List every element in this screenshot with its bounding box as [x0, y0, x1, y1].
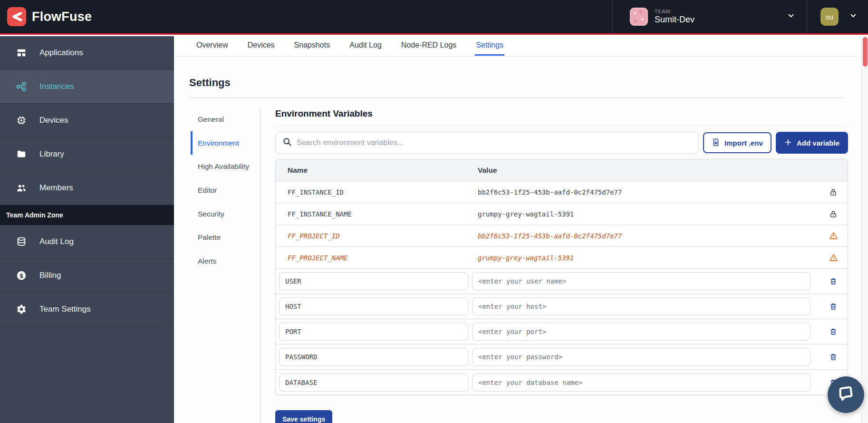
- instance-tabbar: Overview Devices Snapshots Audit Log Nod…: [174, 36, 861, 57]
- sidebar-item-label: Library: [39, 149, 64, 159]
- table-row: FF_INSTANCE_NAME grumpy-grey-wagtail-539…: [276, 203, 848, 225]
- team-settings-icon: [16, 304, 27, 315]
- subnav-item-security[interactable]: Security: [191, 202, 260, 226]
- brand-name: FlowFuse: [32, 10, 92, 24]
- team-name: Sumit-Dev: [655, 15, 694, 25]
- sidebar-item-label: Team Settings: [39, 305, 91, 314]
- env-variables-table: Name Value FF_INSTANCE_ID bb2f6c53-1f25-…: [275, 159, 848, 395]
- plus-icon: [784, 138, 792, 148]
- team-avatar: [630, 8, 648, 26]
- subnav-item-high-availability[interactable]: High Availability: [191, 155, 260, 178]
- sidebar-item-applications[interactable]: Applications: [0, 36, 174, 70]
- import-env-button[interactable]: Import .env: [703, 132, 772, 153]
- section-divider: [275, 126, 848, 126]
- delete-variable-button[interactable]: [829, 302, 838, 311]
- page-scrollbar[interactable]: [861, 36, 868, 423]
- table-row: [276, 269, 848, 294]
- search-box: [275, 132, 699, 154]
- column-header-name: Name: [276, 166, 471, 175]
- add-variable-button[interactable]: Add variable: [776, 132, 848, 154]
- svg-text:$: $: [19, 272, 24, 279]
- sidebar-item-devices[interactable]: Devices: [0, 104, 174, 138]
- warning-icon: [829, 253, 838, 262]
- scrollbar-thumb[interactable]: [863, 37, 868, 67]
- env-var-value-input[interactable]: [472, 348, 810, 366]
- billing-icon: $: [16, 270, 27, 281]
- sidebar-item-instances[interactable]: Instances: [0, 70, 174, 104]
- import-file-icon: [712, 138, 720, 148]
- chevron-down-icon: [849, 11, 858, 22]
- subnav-item-palette[interactable]: Palette: [191, 226, 260, 249]
- chat-bubble-icon: [837, 385, 855, 405]
- table-row: [276, 294, 848, 319]
- env-var-value-input[interactable]: [472, 297, 810, 315]
- applications-icon: [16, 47, 27, 59]
- settings-subnav: General Environment High Availability Ed…: [191, 108, 260, 423]
- members-icon: [16, 182, 27, 194]
- user-avatar: su: [820, 8, 839, 26]
- sidebar-item-audit-log[interactable]: Audit Log: [0, 225, 174, 259]
- sidebar-item-members[interactable]: Members: [0, 171, 174, 205]
- env-var-name: FF_PROJECT_NAME: [276, 254, 471, 262]
- tab-devices[interactable]: Devices: [247, 37, 276, 56]
- flowfuse-logo-icon: [7, 7, 26, 26]
- table-header-row: Name Value: [276, 159, 848, 181]
- save-settings-button[interactable]: Save settings: [275, 410, 332, 423]
- delete-variable-button[interactable]: [829, 327, 838, 336]
- table-row: FF_PROJECT_ID bb2f6c53-1f25-453b-aafd-0c…: [276, 225, 848, 247]
- env-var-value: grumpy-grey-wagtail-5391: [471, 254, 818, 262]
- sidebar-item-label: Billing: [39, 271, 61, 280]
- page-title: Settings: [189, 77, 844, 89]
- env-var-name-input[interactable]: [279, 348, 468, 366]
- audit-log-icon: [16, 236, 27, 247]
- delete-variable-button[interactable]: [829, 277, 838, 285]
- table-row: FF_PROJECT_NAME grumpy-grey-wagtail-5391: [276, 247, 848, 269]
- section-heading: Environment Variables: [275, 108, 849, 119]
- delete-variable-button[interactable]: [829, 353, 838, 361]
- tab-settings[interactable]: Settings: [475, 37, 504, 56]
- env-var-name-input[interactable]: [279, 374, 468, 392]
- import-env-label: Import .env: [724, 139, 763, 147]
- tab-audit-log[interactable]: Audit Log: [348, 37, 383, 56]
- sidebar-item-team-settings[interactable]: Team Settings: [0, 293, 174, 326]
- tab-overview[interactable]: Overview: [195, 37, 229, 56]
- warning-icon: [829, 231, 838, 240]
- sidebar-item-label: Members: [39, 183, 73, 193]
- env-var-name: FF_INSTANCE_ID: [276, 188, 471, 196]
- subnav-item-general[interactable]: General: [191, 108, 260, 131]
- env-var-name: FF_INSTANCE_NAME: [276, 210, 471, 218]
- main-content: Overview Devices Snapshots Audit Log Nod…: [174, 36, 861, 423]
- env-var-name: FF_PROJECT_ID: [276, 232, 471, 240]
- user-menu[interactable]: su: [807, 0, 868, 33]
- sidebar-item-label: Audit Log: [39, 237, 74, 246]
- env-var-name-input[interactable]: [279, 297, 468, 315]
- tab-snapshots[interactable]: Snapshots: [293, 37, 331, 56]
- env-var-value: bb2f6c53-1f25-453b-aafd-0c2f475d7e77: [471, 188, 818, 196]
- search-input[interactable]: [297, 138, 692, 147]
- add-variable-label: Add variable: [797, 139, 839, 147]
- tab-node-red-logs[interactable]: Node-RED Logs: [400, 37, 458, 56]
- library-icon: [16, 148, 27, 160]
- chat-widget-button[interactable]: [828, 376, 864, 413]
- lock-icon: [829, 210, 838, 218]
- env-var-value-input[interactable]: [472, 272, 810, 290]
- subnav-item-alerts[interactable]: Alerts: [191, 249, 260, 273]
- subnav-item-environment[interactable]: Environment: [191, 131, 260, 155]
- env-var-name-input[interactable]: [279, 272, 468, 290]
- title-divider: [189, 98, 844, 98]
- flowfuse-logo[interactable]: FlowFuse: [0, 7, 92, 26]
- team-label: TEAM:: [655, 9, 694, 15]
- env-var-value-input[interactable]: [472, 374, 810, 392]
- table-row: [276, 344, 848, 370]
- sidebar-item-billing[interactable]: $ Billing: [0, 259, 174, 293]
- instances-icon: [16, 81, 27, 92]
- subnav-item-editor[interactable]: Editor: [191, 178, 260, 202]
- sidebar-item-library[interactable]: Library: [0, 138, 174, 171]
- team-selector[interactable]: TEAM: Sumit-Dev: [613, 0, 807, 33]
- table-row: FF_INSTANCE_ID bb2f6c53-1f25-453b-aafd-0…: [276, 181, 848, 203]
- column-header-value: Value: [471, 166, 818, 175]
- env-var-name-input[interactable]: [279, 323, 468, 341]
- sidebar-item-label: Applications: [39, 48, 83, 58]
- top-header-bar: FlowFuse TEAM: Sumit-Dev su: [0, 0, 868, 35]
- env-var-value-input[interactable]: [472, 323, 810, 341]
